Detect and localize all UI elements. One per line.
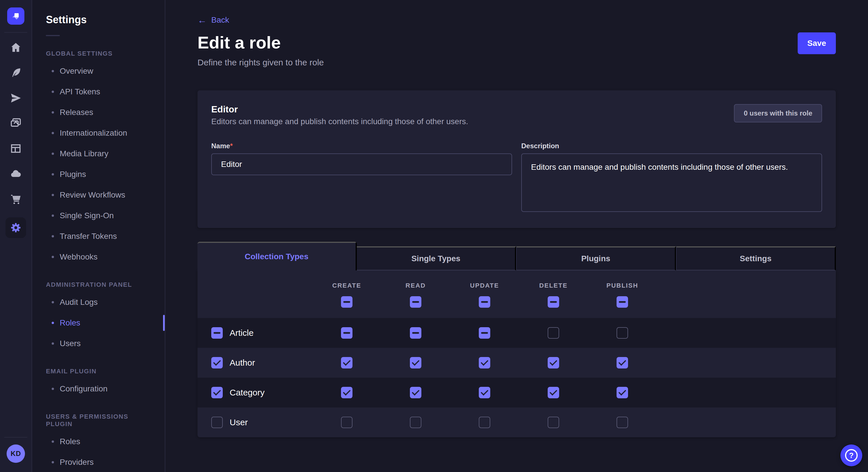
- permission-checkbox-category-publish[interactable]: [617, 387, 628, 398]
- page-title: Edit a role: [197, 32, 798, 53]
- tab-collection-types[interactable]: Collection Types: [197, 242, 357, 270]
- permission-checkbox-article-read[interactable]: [410, 327, 422, 339]
- subnav-section-label: GLOBAL SETTINGS: [32, 50, 165, 57]
- permission-cell: [450, 327, 519, 339]
- description-field-group: Description Editors can manage and publi…: [521, 140, 822, 214]
- permission-checkbox-author-delete[interactable]: [548, 357, 559, 369]
- sidebar-item-releases[interactable]: Releases: [32, 102, 165, 123]
- permission-checkbox-category-update[interactable]: [479, 387, 490, 398]
- permissions-table-header: CREATEREADUPDATEDELETEPUBLISH: [197, 270, 836, 318]
- permission-checkbox-author-read[interactable]: [410, 357, 422, 369]
- permission-checkbox-article-create[interactable]: [341, 327, 352, 339]
- permission-checkbox-user-read[interactable]: [410, 417, 422, 428]
- permission-cell: [519, 327, 588, 339]
- row-checkbox-category[interactable]: [211, 387, 223, 398]
- master-checkbox-publish[interactable]: [617, 296, 628, 308]
- permission-checkbox-category-read[interactable]: [410, 387, 422, 398]
- sidebar-item-providers[interactable]: Providers: [32, 452, 165, 472]
- sidebar-item-api-tokens[interactable]: API Tokens: [32, 81, 165, 102]
- feather-icon[interactable]: [9, 66, 23, 80]
- page-subtitle: Define the rights given to the role: [197, 58, 836, 67]
- permission-checkbox-category-delete[interactable]: [548, 387, 559, 398]
- sidebar-item-configuration[interactable]: Configuration: [32, 378, 165, 399]
- sidebar-item-label: Media Library: [60, 149, 108, 158]
- role-details-card: Editor Editors can manage and publish co…: [197, 90, 836, 228]
- master-checkbox-create[interactable]: [341, 296, 352, 308]
- help-button[interactable]: ?: [840, 444, 862, 466]
- layout-icon[interactable]: [9, 142, 23, 156]
- sidebar-item-single-sign-on[interactable]: Single Sign-On: [32, 205, 165, 226]
- permission-cell: [450, 417, 519, 428]
- home-icon[interactable]: [9, 41, 23, 55]
- permission-checkbox-user-publish[interactable]: [617, 417, 628, 428]
- permission-cell: [450, 387, 519, 398]
- sidebar-item-roles[interactable]: Roles: [32, 312, 165, 333]
- sidebar-item-media-library[interactable]: Media Library: [32, 143, 165, 164]
- sidebar-item-transfer-tokens[interactable]: Transfer Tokens: [32, 226, 165, 247]
- save-button[interactable]: Save: [798, 32, 836, 54]
- back-label: Back: [211, 15, 229, 25]
- permission-cell: [588, 357, 657, 369]
- permission-checkbox-category-create[interactable]: [341, 387, 352, 398]
- row-checkbox-user[interactable]: [211, 417, 223, 428]
- sidebar-item-overview[interactable]: Overview: [32, 61, 165, 81]
- bullet-icon: [52, 461, 54, 463]
- name-input[interactable]: [211, 154, 512, 175]
- permission-checkbox-user-create[interactable]: [341, 417, 352, 428]
- sidebar-item-label: Releases: [60, 108, 93, 117]
- sidebar-item-roles[interactable]: Roles: [32, 431, 165, 452]
- sidebar-item-webhooks[interactable]: Webhooks: [32, 247, 165, 267]
- permission-checkbox-article-update[interactable]: [479, 327, 490, 339]
- subnav-section-label: ADMINISTRATION PANEL: [32, 281, 165, 289]
- row-checkbox-author[interactable]: [211, 357, 223, 369]
- user-avatar[interactable]: KD: [7, 444, 25, 463]
- permission-checkbox-author-update[interactable]: [479, 357, 490, 369]
- cart-icon[interactable]: [9, 192, 23, 206]
- row-checkbox-article[interactable]: [211, 327, 223, 339]
- tab-single-types[interactable]: Single Types: [357, 246, 516, 270]
- back-link[interactable]: ← Back: [197, 15, 229, 25]
- row-header-cell: User: [197, 417, 312, 428]
- permission-checkbox-user-update[interactable]: [479, 417, 490, 428]
- back-arrow-icon: ←: [197, 15, 207, 25]
- cloud-icon[interactable]: [9, 167, 23, 181]
- permission-checkbox-user-delete[interactable]: [548, 417, 559, 428]
- description-textarea[interactable]: Editors can manage and publish contents …: [521, 154, 822, 212]
- master-checkbox-delete[interactable]: [548, 296, 559, 308]
- sidebar-item-internationalization[interactable]: Internationalization: [32, 123, 165, 143]
- sidebar-item-plugins[interactable]: Plugins: [32, 164, 165, 185]
- sidebar-item-audit-logs[interactable]: Audit Logs: [32, 292, 165, 312]
- permission-checkbox-article-delete[interactable]: [548, 327, 559, 339]
- permission-checkbox-article-publish[interactable]: [617, 327, 628, 339]
- permission-cell: [588, 417, 657, 428]
- master-checkbox-update[interactable]: [479, 296, 490, 308]
- sidebar-item-users[interactable]: Users: [32, 333, 165, 354]
- users-with-role-badge[interactable]: 0 users with this role: [734, 104, 822, 123]
- gear-icon[interactable]: [5, 217, 26, 238]
- bullet-icon: [52, 173, 54, 175]
- tab-plugins[interactable]: Plugins: [516, 246, 676, 270]
- subnav-title: Settings: [32, 14, 165, 26]
- permissions-tabs: Collection TypesSingle TypesPluginsSetti…: [197, 242, 836, 270]
- paper-plane-icon[interactable]: [9, 91, 23, 105]
- strapi-logo[interactable]: [7, 7, 24, 25]
- permission-checkbox-author-publish[interactable]: [617, 357, 628, 369]
- bullet-icon: [52, 235, 54, 237]
- row-header-cell: Author: [197, 357, 312, 369]
- row-header-cell: Category: [197, 387, 312, 398]
- rail-nav: [5, 33, 26, 238]
- subnav-list: OverviewAPI TokensReleasesInternationali…: [32, 61, 165, 267]
- bullet-icon: [52, 70, 54, 72]
- permission-cell: [312, 327, 381, 339]
- tab-settings[interactable]: Settings: [676, 246, 836, 270]
- master-checkbox-read[interactable]: [410, 296, 422, 308]
- bullet-icon: [52, 342, 54, 345]
- permission-cell: [519, 417, 588, 428]
- settings-subnav: Settings GLOBAL SETTINGSOverviewAPI Toke…: [32, 0, 165, 472]
- app-root: KD Settings GLOBAL SETTINGSOverviewAPI T…: [0, 0, 868, 472]
- permission-cell: [381, 387, 450, 398]
- media-library-icon[interactable]: [9, 116, 23, 130]
- permission-checkbox-author-create[interactable]: [341, 357, 352, 369]
- sidebar-item-review-workflows[interactable]: Review Workflows: [32, 185, 165, 205]
- rail-divider-bottom: [4, 437, 27, 438]
